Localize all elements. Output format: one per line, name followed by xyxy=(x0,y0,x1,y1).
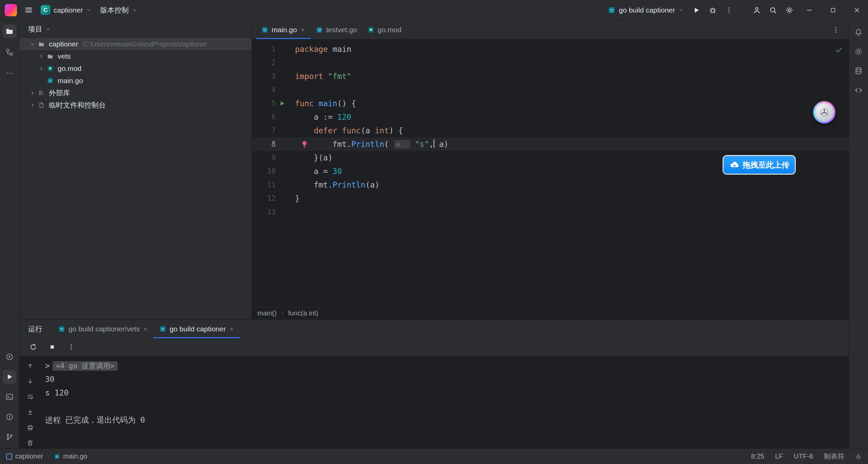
tree-row-external-libraries[interactable]: 外部库 xyxy=(19,87,252,99)
tab-go-mod[interactable]: go.mod xyxy=(362,20,407,39)
code-line-5[interactable]: 5func main() { xyxy=(252,97,849,110)
code-text[interactable]: } xyxy=(294,192,300,205)
status-breadcrumb[interactable]: captioner main.go xyxy=(6,452,87,460)
scroll-to-end-button[interactable] xyxy=(25,407,36,418)
line-number[interactable]: 13 xyxy=(252,205,276,219)
debug-button[interactable] xyxy=(705,3,720,18)
close-icon[interactable] xyxy=(143,326,148,332)
settings-button[interactable] xyxy=(782,3,797,18)
code-text[interactable]: a := 120 xyxy=(294,110,351,124)
more-tool-windows-button[interactable] xyxy=(3,66,16,80)
code-line-2[interactable]: 2 xyxy=(252,56,849,70)
code-line-11[interactable]: 11 fmt.Println(a) xyxy=(252,178,849,192)
chevron-right-icon[interactable] xyxy=(37,65,46,72)
code-text[interactable]: a = 30 xyxy=(294,165,342,178)
readonly-lock-icon[interactable] xyxy=(855,453,862,460)
console-fold-chip[interactable]: <4 go 设置调用> xyxy=(53,361,118,371)
tab-options-button[interactable] xyxy=(828,22,843,37)
close-icon[interactable] xyxy=(300,27,305,33)
code-line-8[interactable]: 8 fmt.Println( a…: "s", a) xyxy=(252,137,849,151)
code-text[interactable] xyxy=(294,205,295,219)
code-text[interactable]: defer func(a int) { xyxy=(294,124,403,137)
ai-assistant-button[interactable] xyxy=(852,45,865,58)
code-line-4[interactable]: 4 xyxy=(252,83,849,97)
code-text[interactable]: func main() { xyxy=(294,97,356,110)
services-tool-button[interactable] xyxy=(3,350,16,364)
clear-console-button[interactable] xyxy=(25,438,36,449)
version-control-tool-button[interactable] xyxy=(3,430,16,444)
run-more-options-button[interactable] xyxy=(65,341,77,353)
code-text[interactable]: package main xyxy=(294,42,351,56)
line-number[interactable]: 8 xyxy=(252,137,276,151)
line-number[interactable]: 10 xyxy=(252,165,276,178)
code-line-6[interactable]: 6 a := 120 xyxy=(252,110,849,124)
tab-testvet-go[interactable]: testvet.go xyxy=(311,20,362,39)
run-tab-vets[interactable]: go build captioner/vets xyxy=(53,320,154,338)
chevron-right-icon[interactable] xyxy=(28,102,37,108)
tree-row-scratches[interactable]: 临时文件和控制台 xyxy=(19,99,252,111)
code-with-me-button[interactable] xyxy=(749,3,764,18)
code-tags-tool-button[interactable] xyxy=(852,83,865,97)
run-tool-button[interactable] xyxy=(3,370,16,384)
code-line-1[interactable]: 1package main xyxy=(252,42,849,56)
floating-assistant-badge[interactable] xyxy=(813,101,835,123)
tree-row-captioner[interactable]: captioner C:\Users\meow\GolandProjects\c… xyxy=(19,38,252,50)
line-number[interactable]: 11 xyxy=(252,178,276,192)
minimize-button[interactable] xyxy=(798,0,821,20)
chevron-right-icon[interactable] xyxy=(37,53,46,59)
inspections-ok-icon[interactable] xyxy=(834,45,843,54)
project-tool-button[interactable] xyxy=(3,24,16,38)
database-tool-button[interactable] xyxy=(852,64,865,78)
editor[interactable]: 1package main23import "fmt"45func main()… xyxy=(252,39,849,307)
breadcrumb-item-func[interactable]: func(a int) xyxy=(288,309,318,317)
tree-row-maingo[interactable]: main.go xyxy=(19,75,252,87)
project-panel-header[interactable]: 项目 xyxy=(19,20,252,38)
line-number[interactable]: 6 xyxy=(252,110,276,124)
tree-row-gomod[interactable]: go.mod xyxy=(19,62,252,75)
maximize-button[interactable] xyxy=(822,0,844,20)
problems-tool-button[interactable] xyxy=(3,410,16,424)
up-stack-trace-button[interactable] xyxy=(25,361,36,371)
code-text[interactable]: fmt.Println( a…: "s", a) xyxy=(294,137,449,151)
code-text[interactable]: fmt.Println(a) xyxy=(294,178,379,192)
terminal-tool-button[interactable] xyxy=(3,390,16,404)
stop-button[interactable] xyxy=(46,341,58,353)
code-line-7[interactable]: 7 defer func(a int) { xyxy=(252,124,849,137)
code-line-3[interactable]: 3import "fmt" xyxy=(252,70,849,83)
drag-upload-button[interactable]: 拖拽至此上传 xyxy=(724,156,795,174)
project-widget[interactable]: C captioner xyxy=(37,3,95,17)
tab-main-go[interactable]: main.go xyxy=(256,20,311,39)
print-button[interactable] xyxy=(25,422,36,433)
code-line-13[interactable]: 13 xyxy=(252,205,849,219)
line-number[interactable]: 7 xyxy=(252,124,276,137)
line-number[interactable]: 5 xyxy=(252,97,276,110)
line-number[interactable]: 12 xyxy=(252,192,276,205)
line-number[interactable]: 4 xyxy=(252,83,276,97)
tree-row-vets[interactable]: vets xyxy=(19,50,252,62)
code-text[interactable]: import "fmt" xyxy=(294,70,351,83)
code-text[interactable]: }(a) xyxy=(294,151,333,165)
encoding-widget[interactable]: UTF-8 xyxy=(794,452,813,460)
line-number[interactable]: 1 xyxy=(252,42,276,56)
main-menu-button[interactable] xyxy=(21,3,36,18)
close-icon[interactable] xyxy=(229,326,234,332)
run-button[interactable] xyxy=(689,3,704,18)
structure-tool-button[interactable] xyxy=(3,45,16,59)
chevron-right-icon[interactable] xyxy=(28,90,37,96)
down-stack-trace-button[interactable] xyxy=(25,376,36,387)
run-gutter-icon[interactable] xyxy=(279,100,285,107)
breadcrumb-item-main[interactable]: main() xyxy=(257,309,277,317)
rerun-button[interactable] xyxy=(27,341,39,353)
line-ending-widget[interactable]: LF xyxy=(775,452,783,460)
indent-widget[interactable]: 制表符 xyxy=(824,452,844,461)
chevron-down-icon[interactable] xyxy=(28,41,37,47)
line-number[interactable]: 9 xyxy=(252,151,276,165)
soft-wrap-button[interactable] xyxy=(25,391,36,402)
intention-bulb-icon[interactable] xyxy=(300,140,309,149)
search-everywhere-button[interactable] xyxy=(766,3,781,18)
close-button[interactable] xyxy=(846,0,868,20)
notifications-button[interactable] xyxy=(852,25,865,39)
line-number[interactable]: 3 xyxy=(252,70,276,83)
more-actions-button[interactable] xyxy=(722,3,736,18)
vcs-widget[interactable]: 版本控制 xyxy=(97,3,141,17)
